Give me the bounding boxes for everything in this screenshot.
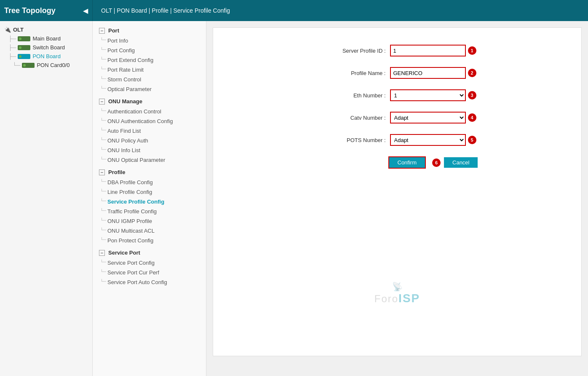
pots-number-label: POTS Number :: [318, 137, 386, 143]
board-icon: [18, 36, 30, 41]
menu-item-onu-info-list[interactable]: ONU Info List: [93, 145, 206, 155]
profile-name-label: Profile Name :: [318, 70, 386, 76]
form-container: Server Profile ID : 1 Profile Name : 2: [213, 27, 582, 356]
pots-number-select[interactable]: Adapt 0 2: [390, 134, 466, 146]
onu-manage-section-label: ONU Manage: [108, 98, 142, 105]
main-layout: 🔌 OLT ├─ Main Board ├─ Switch Board ├─ P…: [0, 21, 588, 376]
watermark-signal-icon: 📡: [374, 282, 420, 292]
menu-item-onu-multicast-acl[interactable]: ONU Multicast ACL: [93, 226, 206, 236]
form-row-pots-number: POTS Number : Adapt 0 2 5: [226, 134, 569, 146]
buttons-wrapper: Confirm 6 Cancel: [388, 156, 478, 169]
main-board-label: Main Board: [32, 35, 60, 42]
server-profile-id-wrapper: 1: [390, 45, 476, 56]
watermark-text: ForoISP: [374, 292, 420, 305]
sidebar-item-main-board[interactable]: ├─ Main Board: [0, 34, 92, 43]
switch-board-label: Switch Board: [32, 44, 65, 51]
port-section-label: Port: [108, 27, 119, 34]
menu-item-port-config[interactable]: Port Config: [93, 46, 206, 55]
form-area: Server Profile ID : 1 Profile Name : 2: [206, 21, 588, 376]
service-port-toggle-icon[interactable]: −: [99, 250, 105, 256]
app-title: Tree Topology: [4, 6, 56, 15]
step-badge-5: 5: [468, 136, 476, 144]
menu-section-service-port-header[interactable]: − Service Port: [93, 247, 206, 258]
eth-number-select[interactable]: 1 2 4: [390, 89, 466, 101]
menu-section-onu-manage-header[interactable]: − ONU Manage: [93, 96, 206, 107]
menu-section-profile-header[interactable]: − Profile: [93, 167, 206, 177]
sidebar-item-olt[interactable]: 🔌 OLT: [0, 25, 92, 34]
menu-item-auth-control[interactable]: Authentication Control: [93, 107, 206, 116]
app-header: Tree Topology ◀ OLT | PON Board | Profil…: [0, 0, 588, 21]
menu-item-onu-optical-param[interactable]: ONU Optical Parameter: [93, 155, 206, 165]
collapse-icon[interactable]: ◀: [83, 7, 88, 15]
catv-number-label: Catv Number :: [318, 115, 386, 121]
port-toggle-icon[interactable]: −: [99, 28, 105, 34]
menu-item-port-rate-limit[interactable]: Port Rate Limit: [93, 65, 206, 75]
menu-item-pon-protect-config[interactable]: Pon Protect Config: [93, 236, 206, 245]
catv-number-select[interactable]: Adapt 0 1: [390, 112, 466, 124]
olt-icon: 🔌: [4, 27, 11, 33]
eth-number-label: Eth Number :: [318, 92, 386, 99]
form-row-server-profile-id: Server Profile ID : 1: [226, 45, 569, 56]
menu-item-service-port-config[interactable]: Service Port Config: [93, 258, 206, 268]
pon-card-label: PON Card0/0: [37, 62, 69, 68]
menu-item-storm-control[interactable]: Storm Control: [93, 75, 206, 84]
profile-name-wrapper: 2: [390, 67, 476, 79]
menu-item-auto-find-list[interactable]: Auto Find List: [93, 126, 206, 136]
cancel-button[interactable]: Cancel: [444, 157, 478, 168]
tree-branch-icon2: ├─: [8, 44, 16, 51]
menu-item-onu-auth-config[interactable]: ONU Authentication Config: [93, 116, 206, 126]
sidebar-item-switch-board[interactable]: ├─ Switch Board: [0, 43, 92, 52]
form-row-profile-name: Profile Name : 2: [226, 67, 569, 79]
olt-label: OLT: [13, 27, 24, 33]
menu-section-port-header[interactable]: − Port: [93, 25, 206, 36]
step-badge-6: 6: [432, 158, 441, 167]
menu-item-port-info[interactable]: Port Info: [93, 36, 206, 46]
tree-branch-icon: ├─: [8, 35, 16, 42]
menu-section-onu-manage: − ONU Manage Authentication Control ONU …: [93, 96, 206, 165]
pon-card-icon: [22, 63, 35, 68]
pon-board-label: PON Board: [32, 53, 60, 59]
pots-number-wrapper: Adapt 0 2 5: [390, 134, 476, 146]
sidebar-header: Tree Topology ◀: [0, 0, 93, 21]
form-row-eth-number: Eth Number : 1 2 4 3: [226, 89, 569, 101]
menu-item-onu-policy-auth[interactable]: ONU Policy Auth: [93, 136, 206, 145]
sidebar-item-pon-board[interactable]: ├─ PON Board: [0, 52, 92, 61]
step-badge-2: 2: [468, 69, 476, 77]
menu-section-profile: − Profile DBA Profile Config Line Profil…: [93, 167, 206, 245]
menu-item-service-profile[interactable]: Service Profile Config: [93, 197, 206, 207]
tree-branch-icon4: └─: [13, 62, 20, 68]
service-port-section-label: Service Port: [108, 250, 140, 256]
menu-item-service-port-cur-perf[interactable]: Service Port Cur Perf: [93, 268, 206, 277]
tree-branch-icon3: ├─: [8, 53, 16, 59]
profile-toggle-icon[interactable]: −: [99, 169, 105, 175]
eth-number-wrapper: 1 2 4 3: [390, 89, 476, 101]
switch-board-icon: [18, 45, 30, 50]
breadcrumb: OLT | PON Board | Profile | Service Prof…: [93, 7, 238, 14]
menu-section-service-port: − Service Port Service Port Config Servi…: [93, 247, 206, 287]
catv-number-wrapper: Adapt 0 1 4: [390, 112, 476, 124]
step-badge-3: 3: [468, 91, 476, 99]
menu-item-onu-igmp-profile[interactable]: ONU IGMP Profile: [93, 216, 206, 226]
menu-item-optical-parameter[interactable]: Optical Parameter: [93, 84, 206, 94]
menu-panel: − Port Port Info Port Config Port Extend…: [93, 21, 206, 376]
menu-item-line-profile[interactable]: Line Profile Config: [93, 187, 206, 197]
profile-section-label: Profile: [108, 169, 125, 175]
step-badge-4: 4: [468, 113, 476, 122]
menu-item-service-port-auto-config[interactable]: Service Port Auto Config: [93, 277, 206, 287]
sidebar-tree: 🔌 OLT ├─ Main Board ├─ Switch Board ├─ P…: [0, 21, 93, 376]
onu-manage-toggle-icon[interactable]: −: [99, 99, 105, 105]
server-profile-id-input[interactable]: [390, 45, 466, 56]
sidebar-item-pon-card[interactable]: └─ PON Card0/0: [0, 61, 92, 70]
step-badge-1: 1: [468, 46, 476, 55]
content-layout: − Port Port Info Port Config Port Extend…: [93, 21, 588, 376]
confirm-button[interactable]: Confirm: [388, 156, 426, 169]
form-row-buttons: Confirm 6 Cancel: [226, 156, 569, 169]
pon-board-icon: [18, 54, 30, 59]
profile-name-input[interactable]: [390, 67, 466, 79]
form-row-catv-number: Catv Number : Adapt 0 1 4: [226, 112, 569, 124]
menu-item-port-extend-config[interactable]: Port Extend Config: [93, 55, 206, 65]
menu-item-dba-profile[interactable]: DBA Profile Config: [93, 177, 206, 187]
server-profile-id-label: Server Profile ID :: [318, 48, 386, 54]
menu-item-traffic-profile[interactable]: Traffic Profile Config: [93, 207, 206, 216]
menu-section-port: − Port Port Info Port Config Port Extend…: [93, 25, 206, 94]
